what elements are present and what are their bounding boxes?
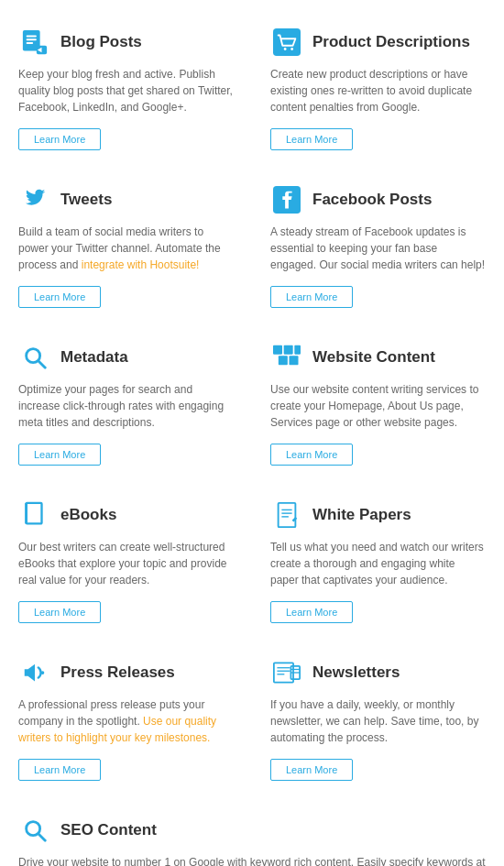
card-header-blog-posts: Blog Posts: [18, 26, 142, 59]
card-desc-press-releases: A professional press release puts your c…: [18, 696, 234, 746]
card-header-seo-content: SEO Content: [18, 814, 157, 847]
card-desc-tweets: Build a team of social media writers to …: [18, 224, 234, 273]
learn-more-btn-metadata[interactable]: Learn More: [18, 444, 101, 466]
card-desc-blog-posts: Keep your blog fresh and active. Publish…: [18, 66, 234, 115]
card-desc-metadata: Optimize your pages for search and incre…: [18, 381, 234, 431]
card-desc-ebooks: Our best writers can create well-structu…: [18, 539, 234, 588]
card-title-press-releases: Press Releases: [60, 663, 175, 682]
learn-more-btn-blog-posts[interactable]: Learn More: [18, 128, 101, 150]
card-title-white-papers: White Papers: [312, 506, 411, 524]
card-header-newsletters: Newsletters: [270, 656, 400, 689]
card-header-website-content: Website Content: [270, 341, 435, 374]
card-header-product-descriptions: Product Descriptions: [270, 26, 470, 59]
card-title-metadata: Metadata: [60, 348, 128, 367]
card-title-website-content: Website Content: [312, 348, 435, 367]
card-desc-newsletters: If you have a daily, weekly, or monthly …: [270, 696, 486, 746]
svg-rect-3: [27, 42, 34, 44]
learn-more-btn-website-content[interactable]: Learn More: [270, 444, 353, 466]
svg-rect-1: [27, 36, 37, 38]
card-header-press-releases: Press Releases: [18, 656, 175, 689]
svg-rect-2: [27, 38, 37, 40]
whitepaper-icon: [270, 499, 303, 532]
card-tweets: Tweets Build a team of social media writ…: [0, 167, 252, 324]
card-title-blog-posts: Blog Posts: [60, 33, 142, 51]
card-website-content: Website Content Use our website content …: [252, 324, 504, 482]
learn-more-btn-tweets[interactable]: Learn More: [18, 286, 101, 308]
svg-line-32: [38, 834, 46, 841]
svg-rect-6: [273, 28, 301, 56]
card-desc-facebook-posts: A steady stream of Facebook updates is e…: [270, 224, 486, 273]
svg-rect-17: [27, 503, 42, 524]
card-title-tweets: Tweets: [60, 191, 112, 209]
svg-rect-19: [279, 503, 296, 527]
card-title-newsletters: Newsletters: [312, 663, 400, 682]
card-metadata: Metadata Optimize your pages for search …: [0, 324, 252, 482]
svg-rect-13: [284, 345, 293, 355]
svg-point-8: [290, 48, 293, 50]
megaphone-icon: [18, 656, 51, 689]
twitter-icon: [18, 183, 51, 216]
card-desc-seo-content: Drive your website to number 1 on Google…: [18, 854, 486, 866]
learn-more-btn-product-descriptions[interactable]: Learn More: [270, 128, 353, 150]
card-header-facebook-posts: Facebook Posts: [270, 183, 432, 216]
svg-rect-16: [290, 356, 299, 365]
svg-rect-15: [279, 356, 288, 365]
svg-point-7: [284, 48, 287, 50]
cart-icon: [270, 26, 303, 59]
learn-more-btn-press-releases[interactable]: Learn More: [18, 759, 101, 781]
learn-more-btn-newsletters[interactable]: Learn More: [270, 759, 353, 781]
card-blog-posts: Blog Posts Keep your blog fresh and acti…: [0, 9, 252, 167]
svg-rect-14: [294, 345, 301, 355]
ebook-icon: [18, 499, 51, 532]
facebook-icon: [270, 183, 303, 216]
card-ebooks: eBooks Our best writers can create well-…: [0, 482, 252, 640]
card-header-white-papers: White Papers: [270, 499, 411, 532]
svg-point-23: [41, 671, 45, 674]
card-title-product-descriptions: Product Descriptions: [312, 33, 470, 51]
newsletter-icon: [270, 656, 303, 689]
learn-more-btn-white-papers[interactable]: Learn More: [270, 601, 353, 623]
search-icon: [18, 341, 51, 374]
blog-icon: [18, 26, 51, 59]
card-desc-website-content: Use our website content writing services…: [270, 381, 486, 431]
card-white-papers: White Papers Tell us what you need and w…: [252, 482, 504, 640]
card-product-descriptions: Product Descriptions Create new product …: [252, 9, 504, 167]
card-press-releases: Press Releases A professional press rele…: [0, 640, 252, 797]
card-header-metadata: Metadata: [18, 341, 128, 374]
learn-more-btn-facebook-posts[interactable]: Learn More: [270, 286, 353, 308]
website-icon: [270, 341, 303, 374]
card-header-tweets: Tweets: [18, 183, 112, 216]
svg-rect-12: [273, 345, 282, 355]
svg-line-11: [38, 361, 46, 368]
card-desc-white-papers: Tell us what you need and watch our writ…: [270, 539, 486, 588]
card-header-ebooks: eBooks: [18, 499, 116, 532]
card-facebook-posts: Facebook Posts A steady stream of Facebo…: [252, 167, 504, 324]
seo-icon: [18, 814, 51, 847]
card-newsletters: Newsletters If you have a daily, weekly,…: [252, 640, 504, 797]
card-desc-product-descriptions: Create new product descriptions or have …: [270, 66, 486, 115]
content-grid: Blog Posts Keep your blog fresh and acti…: [0, 0, 504, 866]
learn-more-btn-ebooks[interactable]: Learn More: [18, 601, 101, 623]
card-title-seo-content: SEO Content: [60, 821, 157, 839]
card-seo-content: SEO Content Drive your website to number…: [0, 797, 504, 866]
card-title-facebook-posts: Facebook Posts: [312, 191, 432, 209]
card-title-ebooks: eBooks: [60, 506, 116, 524]
